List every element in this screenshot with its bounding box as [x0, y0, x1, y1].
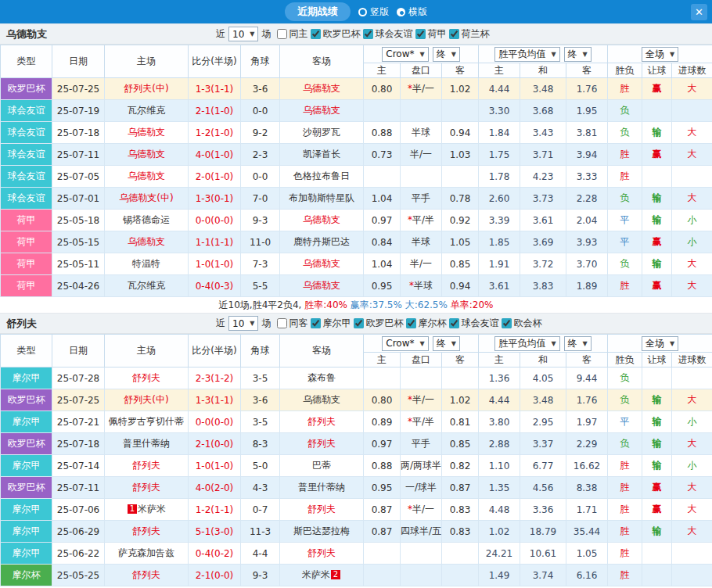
odds-time-select[interactable]: 终 ▼: [433, 336, 460, 351]
avg-time-select[interactable]: 终 ▼: [564, 47, 592, 62]
away-team: 舒列夫: [280, 433, 364, 455]
away-team: 巴蒂: [280, 455, 364, 477]
odds-away: 0.85: [442, 433, 479, 455]
avg-away: 8.38: [566, 477, 608, 499]
layout-radio-vertical[interactable]: 竖版: [358, 5, 389, 19]
filter-checkbox-group: 同主欧罗巴杯球会友谊荷甲荷兰杯: [274, 27, 489, 41]
filter-checkbox[interactable]: [354, 318, 364, 328]
match-date: 25-07-18: [52, 433, 105, 455]
scope-select[interactable]: 全场 ▼: [642, 336, 678, 351]
match-row: 欧罗巴杯25-07-18普里什蒂纳2-1(0-0)8-3舒列夫0.97平手0.8…: [1, 433, 712, 455]
filter-label: 球会友谊: [375, 27, 412, 41]
summary-segment: 胜率:40%: [304, 299, 351, 310]
matches-table: 类型 日期 主场 比分(半场) 角球 客场 Crow* ▼ 终 ▼: [0, 45, 712, 297]
avg-odds-select[interactable]: 胜平负均值 ▼: [494, 336, 559, 351]
odds-line: 半/一: [401, 253, 442, 275]
filter-checkbox[interactable]: [449, 318, 459, 328]
team-link: 舒列夫: [307, 416, 336, 427]
filter-checkbox[interactable]: [415, 29, 426, 39]
filter-checkbox[interactable]: [502, 318, 512, 328]
match-score: 1-3(1-1): [189, 78, 241, 100]
radio-icon[interactable]: [358, 8, 367, 16]
league-tag: 摩尔甲: [1, 368, 52, 389]
avg-time-select[interactable]: 终 ▼: [564, 336, 592, 351]
home-team: 佩特罗古亨切什蒂: [105, 411, 189, 433]
away-team: 舒列夫: [280, 411, 364, 433]
filter-checkbox[interactable]: [449, 29, 459, 39]
col-home: 主场: [105, 45, 189, 78]
team-link: 色格拉布鲁日: [293, 170, 350, 181]
result-cell: 胜: [608, 166, 642, 188]
goals-cell: 大: [672, 122, 712, 144]
live-star-icon: *: [409, 280, 414, 291]
team-bar: 乌德勒支 近 10 ▼ 场 同主欧罗巴杯球会友谊荷甲荷兰杯: [0, 23, 712, 45]
filter-option[interactable]: 同客: [277, 317, 307, 330]
avg-odds-select[interactable]: 胜平负均值 ▼: [494, 47, 559, 62]
handicap-cell: 输: [642, 433, 672, 455]
match-row: 荷甲25-05-15乌德勒支1-1(1-1)11-0鹿特丹斯巴达0.84半球1.…: [1, 231, 712, 253]
avg-away: 3.33: [566, 166, 608, 188]
col-date: 日期: [52, 335, 105, 368]
filter-checkbox[interactable]: [277, 29, 287, 39]
filter-checkbox[interactable]: [277, 318, 287, 328]
match-row: 摩尔甲25-06-22萨克森加告兹0-4(0-2)4-4舒列夫24.2110.6…: [1, 543, 712, 565]
filter-option[interactable]: 摩尔杯: [406, 317, 446, 330]
goals-cell: 大: [672, 499, 712, 521]
result-cell: 胜: [608, 78, 642, 100]
filter-option[interactable]: 欧会杯: [502, 317, 541, 330]
team-link: 锡塔德命运: [123, 214, 170, 225]
filter-option[interactable]: 欧罗巴杯: [311, 27, 360, 41]
match-count-select[interactable]: 10 ▼: [228, 316, 258, 331]
close-icon[interactable]: ✕: [691, 4, 707, 20]
odds-away: 0.87: [442, 477, 479, 499]
league-tag: 摩尔杯: [1, 565, 52, 586]
team-name: 舒列夫: [6, 317, 216, 331]
league-tag: 球会友谊: [1, 188, 52, 210]
handicap-cell: [642, 166, 672, 188]
odds-company-select[interactable]: Crow* ▼: [382, 336, 428, 351]
odds-company-select[interactable]: Crow* ▼: [382, 47, 428, 62]
corner-score: 3-5: [241, 411, 280, 433]
home-team: 乌德勒支(中): [105, 188, 189, 210]
avg-header-group: 胜平负均值 ▼ 终 ▼: [479, 335, 608, 353]
match-count-select[interactable]: 10 ▼: [228, 27, 258, 41]
col-date: 日期: [52, 45, 105, 78]
filter-checkbox[interactable]: [406, 318, 416, 328]
col-goals: 进球数: [672, 63, 712, 78]
filter-option[interactable]: 荷兰杯: [449, 27, 489, 41]
scope-value: 全场: [645, 337, 664, 350]
layout-radio-horizontal[interactable]: 横版: [397, 5, 427, 19]
away-team: 舒列夫: [280, 543, 364, 565]
goals-cell: [672, 100, 712, 122]
radio-label-text: 横版: [408, 5, 427, 19]
filter-option[interactable]: 欧罗巴杯: [354, 317, 403, 330]
match-date: 25-05-18: [52, 210, 105, 231]
match-row: 摩尔甲25-07-21佩特罗古亨切什蒂0-0(0-0)3-5舒列夫0.89*平/…: [1, 411, 712, 433]
team-link: 斯巴达瑟拉梅: [293, 525, 350, 536]
team-link: 舒列夫: [307, 438, 336, 449]
filter-checkbox[interactable]: [363, 29, 373, 39]
team-link: 乌德勒支: [303, 394, 340, 405]
summary-line: 近10场,胜4平2负4, 胜率:40% 赢率:37.5% 大:62.5% 单率:…: [0, 297, 712, 313]
match-score: 1-2(1-0): [189, 122, 241, 144]
filter-checkbox-group: 同客摩尔甲欧罗巴杯摩尔杯球会友谊欧会杯: [274, 317, 541, 330]
filter-option[interactable]: 球会友谊: [363, 27, 412, 41]
radio-icon[interactable]: [397, 8, 405, 16]
home-team: 舒列夫: [105, 368, 189, 389]
match-score: 1-3(1-1): [189, 389, 241, 411]
chevron-down-icon: ▼: [451, 340, 456, 347]
filter-option[interactable]: 球会友谊: [449, 317, 498, 330]
odds-time-select[interactable]: 终 ▼: [433, 47, 460, 62]
match-score: 1-0(1-0): [189, 455, 241, 477]
league-tag: 摩尔甲: [1, 455, 52, 477]
col-handicap: 让球: [642, 63, 672, 78]
filter-option[interactable]: 同主: [277, 27, 307, 41]
odds-away: 0.83: [442, 499, 479, 521]
filter-option[interactable]: 摩尔甲: [311, 317, 351, 330]
filter-checkbox[interactable]: [311, 29, 321, 39]
filter-checkbox[interactable]: [311, 318, 321, 328]
filter-option[interactable]: 荷甲: [415, 27, 446, 41]
scope-select[interactable]: 全场 ▼: [642, 47, 678, 62]
match-date: 25-07-05: [52, 166, 105, 188]
goals-cell: [672, 166, 712, 188]
